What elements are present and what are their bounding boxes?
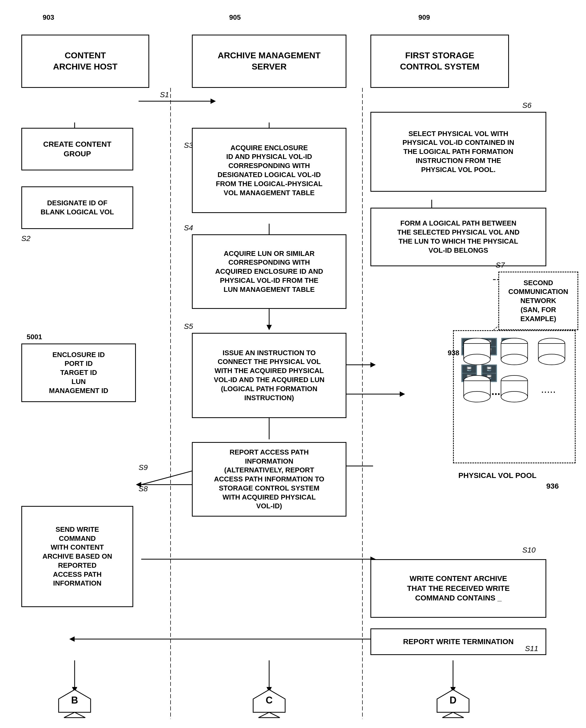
report-access-box: REPORT ACCESS PATHINFORMATION(ALTERNATIV… <box>192 442 346 517</box>
connector-b: B <box>56 687 93 723</box>
svg-point-70 <box>501 391 528 402</box>
connector-c: C <box>250 687 288 723</box>
svg-point-58 <box>464 354 490 365</box>
acquire-enclosure-box: ACQUIRE ENCLOSUREID AND PHYSICAL VOL-IDC… <box>192 128 346 213</box>
fscs-box: FIRST STORAGECONTROL SYSTEM <box>370 35 509 88</box>
step-s10: S10 <box>522 546 536 554</box>
svg-text:C: C <box>266 695 273 706</box>
send-write-box: SEND WRITECOMMANDWITH CONTENTARCHIVE BAS… <box>21 506 133 607</box>
svg-marker-51 <box>259 712 280 718</box>
step-s4: S4 <box>184 224 193 232</box>
svg-text:.....: ..... <box>541 383 556 395</box>
ams-box: ARCHIVE MANAGEMENTSERVER <box>192 35 346 88</box>
step-s1: S1 <box>160 90 169 99</box>
enclosure-table-box: ENCLOSURE IDPORT IDTARGET IDLUNMANAGEMEN… <box>21 343 136 402</box>
physical-vol-pool-label: PHYSICAL VOL POOL <box>458 471 536 480</box>
ref-909: 909 <box>418 13 430 22</box>
ref-5001: 5001 <box>27 333 42 341</box>
form-logical-path-box: FORM A LOGICAL PATH BETWEENTHE SELECTED … <box>370 208 546 266</box>
acquire-lun-box: ACQUIRE LUN OR SIMILARCORRESPONDING WITH… <box>192 234 346 309</box>
connector-d: D <box>434 687 472 723</box>
write-content-box: WRITE CONTENT ARCHIVETHAT THE RECEIVED W… <box>370 559 546 618</box>
step-s8: S8 <box>139 485 148 493</box>
svg-point-64 <box>538 354 565 365</box>
diagram-container: 903 905 909 CONTENTARCHIVE HOST ARCHIVE … <box>0 0 586 728</box>
report-write-term-box: REPORT WRITE TERMINATION <box>370 628 546 655</box>
create-content-group-box: CREATE CONTENTGROUP <box>21 128 133 171</box>
svg-text:D: D <box>449 695 457 706</box>
step-s2: S2 <box>21 234 30 243</box>
designate-id-box: DESIGNATE ID OFBLANK LOGICAL VOL <box>21 186 133 229</box>
ref-938: 938 <box>448 349 459 357</box>
svg-marker-30 <box>69 636 75 642</box>
step-s6: S6 <box>522 101 531 110</box>
svg-point-61 <box>501 354 528 365</box>
step-s7: S7 <box>496 261 505 269</box>
disk-icons: ..... <box>458 336 576 463</box>
svg-marker-13 <box>370 362 376 367</box>
svg-marker-1 <box>211 99 216 104</box>
ref-905: 905 <box>229 13 241 22</box>
ref-936: 936 <box>546 482 559 491</box>
svg-marker-54 <box>442 712 464 718</box>
step-s5: S5 <box>184 322 193 331</box>
select-physical-box: SELECT PHYSICAL VOL WITHPHYSICAL VOL-ID … <box>370 112 546 192</box>
svg-marker-48 <box>64 712 85 718</box>
step-s11: S11 <box>525 644 538 653</box>
second-comm-box: SECONDCOMMUNICATIONNETWORK(SAN, FOR EXAM… <box>498 271 578 330</box>
svg-text:B: B <box>71 695 78 706</box>
host-box: CONTENTARCHIVE HOST <box>21 35 149 88</box>
issue-instruction-box: ISSUE AN INSTRUCTION TOCONNECT THE PHYSI… <box>192 333 346 418</box>
svg-marker-9 <box>267 325 272 330</box>
svg-point-67 <box>464 391 490 402</box>
step-s9: S9 <box>139 463 148 472</box>
ref-903: 903 <box>43 13 54 22</box>
svg-marker-19 <box>400 391 405 397</box>
